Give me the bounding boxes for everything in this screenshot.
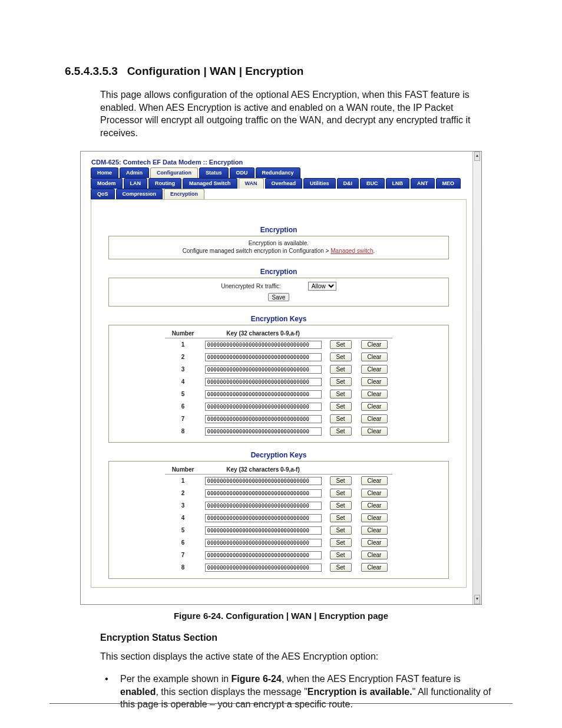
clear-button[interactable]: Clear	[361, 340, 388, 349]
set-button[interactable]: Set	[330, 538, 352, 547]
scroll-up-icon[interactable]: ▴	[474, 151, 480, 161]
decryption-key-input[interactable]	[205, 502, 322, 510]
set-button[interactable]: Set	[330, 402, 352, 411]
tab-odu[interactable]: ODU	[230, 167, 254, 178]
clear-button[interactable]: Clear	[361, 377, 388, 386]
set-button[interactable]: Set	[330, 377, 352, 386]
clear-button[interactable]: Clear	[361, 551, 388, 559]
encryption-key-input[interactable]	[205, 353, 322, 361]
clear-button[interactable]: Clear	[361, 489, 388, 498]
tab-di[interactable]: D&I	[337, 178, 359, 189]
decryption-key-input[interactable]	[205, 514, 322, 522]
table-row: 2SetClear	[165, 487, 393, 499]
encryption-key-input[interactable]	[205, 365, 322, 374]
row-number: 5	[165, 524, 201, 536]
tab-configuration[interactable]: Configuration	[150, 167, 198, 178]
decryption-key-input[interactable]	[205, 564, 322, 572]
set-button[interactable]: Set	[330, 390, 352, 398]
tab-redundancy[interactable]: Redundancy	[256, 167, 300, 178]
unencrypted-rx-label: Unencrypted Rx traffic:	[221, 283, 281, 289]
encryption-key-input[interactable]	[205, 390, 322, 398]
encryption-status-heading: Encryption	[100, 226, 458, 234]
clear-button[interactable]: Clear	[361, 526, 388, 535]
footer-rule	[49, 703, 513, 704]
clear-button[interactable]: Clear	[361, 353, 388, 361]
decryption-key-input[interactable]	[205, 539, 322, 547]
clear-button[interactable]: Clear	[361, 414, 388, 423]
tab-routing[interactable]: Routing	[148, 178, 181, 189]
dec-rows: 1SetClear2SetClear3SetClear4SetClear5Set…	[165, 475, 393, 574]
decryption-key-input[interactable]	[205, 489, 322, 498]
tab-meo[interactable]: MEO	[436, 178, 461, 189]
set-button[interactable]: Set	[330, 340, 352, 349]
tab-compression[interactable]: Compression	[116, 189, 163, 199]
set-button[interactable]: Set	[330, 489, 352, 498]
table-row: 4SetClear	[165, 512, 393, 524]
bullet-1: Per the example shown in Figure 6-24, wh…	[100, 673, 497, 711]
set-button[interactable]: Set	[330, 476, 352, 485]
encryption-key-input[interactable]	[205, 427, 322, 436]
clear-button[interactable]: Clear	[361, 538, 388, 547]
decryption-key-input[interactable]	[205, 526, 322, 535]
managed-switch-link[interactable]: Managed switch	[330, 248, 373, 254]
tab-qos[interactable]: QoS	[91, 189, 115, 199]
save-button[interactable]: Save	[268, 293, 290, 301]
intro-paragraph: This page allows configuration of the op…	[100, 88, 497, 139]
table-row: 3SetClear	[165, 499, 393, 512]
encryption-key-input[interactable]	[205, 415, 322, 423]
decryption-key-input[interactable]	[205, 551, 322, 559]
tab-admin[interactable]: Admin	[120, 167, 149, 178]
scrollbar[interactable]: ▴ ▾	[472, 151, 481, 604]
clear-button[interactable]: Clear	[361, 427, 388, 436]
tab-lnb[interactable]: LNB	[386, 178, 410, 189]
window-title: CDM-625: Comtech EF Data Modem :: Encryp…	[91, 159, 468, 166]
row-number: 5	[165, 388, 201, 400]
row-number: 8	[165, 425, 201, 437]
tab-utilities[interactable]: Utilities	[303, 178, 336, 189]
set-button[interactable]: Set	[330, 427, 352, 436]
row-number: 7	[165, 413, 201, 425]
table-row: 7SetClear	[165, 549, 393, 561]
heading-text: Configuration | WAN | Encryption	[127, 65, 304, 77]
tab-lan[interactable]: LAN	[124, 178, 148, 189]
tab-status[interactable]: Status	[199, 167, 229, 178]
set-button[interactable]: Set	[330, 551, 352, 559]
heading-number: 6.5.4.3.5.3	[65, 65, 118, 77]
tab-managed-switch[interactable]: Managed Switch	[183, 178, 237, 189]
encryption-key-input[interactable]	[205, 378, 322, 386]
encryption-status-box: Encryption is available. Configure manag…	[108, 236, 449, 259]
tab-buc[interactable]: BUC	[360, 178, 385, 189]
col-number: Number	[165, 465, 201, 475]
encryption-key-input[interactable]	[205, 341, 322, 349]
section-heading: 6.5.4.3.5.3 Configuration | WAN | Encryp…	[65, 65, 497, 78]
clear-button[interactable]: Clear	[361, 402, 388, 411]
tab-home[interactable]: Home	[91, 167, 118, 178]
set-button[interactable]: Set	[330, 501, 352, 510]
table-row: 3SetClear	[165, 363, 393, 375]
tab-encryption[interactable]: Encryption	[164, 189, 204, 199]
tab-overhead[interactable]: Overhead	[265, 178, 303, 189]
row-number: 1	[165, 475, 201, 487]
clear-button[interactable]: Clear	[361, 476, 388, 485]
set-button[interactable]: Set	[330, 353, 352, 361]
clear-button[interactable]: Clear	[361, 390, 388, 398]
clear-button[interactable]: Clear	[361, 563, 388, 572]
tab-ant[interactable]: ANT	[411, 178, 435, 189]
clear-button[interactable]: Clear	[361, 365, 388, 374]
row-number: 8	[165, 561, 201, 574]
table-row: 2SetClear	[165, 351, 393, 363]
set-button[interactable]: Set	[330, 526, 352, 535]
scroll-down-icon[interactable]: ▾	[474, 595, 480, 604]
set-button[interactable]: Set	[330, 563, 352, 572]
tab-modem[interactable]: Modem	[91, 178, 123, 189]
set-button[interactable]: Set	[330, 365, 352, 374]
table-row: 8SetClear	[165, 425, 393, 437]
set-button[interactable]: Set	[330, 513, 352, 522]
set-button[interactable]: Set	[330, 414, 352, 423]
encryption-key-input[interactable]	[205, 403, 322, 411]
decryption-key-input[interactable]	[205, 477, 322, 485]
tab-wan[interactable]: WAN	[239, 178, 264, 189]
clear-button[interactable]: Clear	[361, 513, 388, 522]
unencrypted-rx-select[interactable]: Allow	[308, 282, 336, 291]
clear-button[interactable]: Clear	[361, 501, 388, 510]
